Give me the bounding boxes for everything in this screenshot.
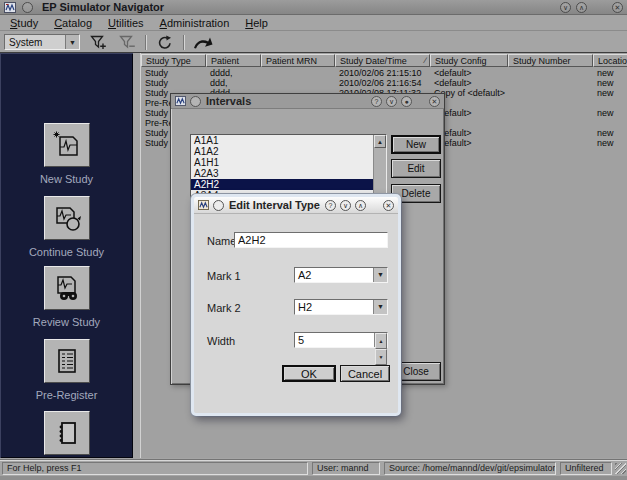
spin-down-icon[interactable]: ▼ [375,349,387,365]
exit-button[interactable] [192,33,214,51]
window-menu-icon[interactable] [22,2,33,13]
new-button[interactable]: New [391,135,441,154]
interval-list-item[interactable]: A2A3 [191,168,373,179]
column-header-study-date-time[interactable]: Study Date/Time∕ [335,54,430,67]
table-cell [508,118,593,128]
column-header-study-type[interactable]: Study Type [141,54,206,67]
menu-item-help[interactable]: Help [237,17,276,29]
interval-list-item[interactable]: A1A1 [191,135,373,146]
edit-button[interactable]: Edit [391,159,441,178]
close-icon[interactable]: ✕ [383,200,394,211]
pre-register-icon [44,339,90,383]
table-cell: ddd, [206,78,261,88]
column-header-study-config[interactable]: Study Config [430,54,508,67]
menu-item-administration[interactable]: Administration [152,17,238,29]
application-window: EP Simulator Navigator ∨ ∧ ✕ StudyCatalo… [0,0,627,480]
cancel-button[interactable]: Cancel [340,365,390,382]
column-header-patient[interactable]: Patient [206,54,261,67]
scroll-up-icon[interactable]: ▲ [374,135,386,148]
window-menu-icon[interactable] [213,200,224,211]
mark1-label: Mark 1 [207,270,241,282]
width-value: 5 [298,334,304,346]
status-help-text: For Help, press F1 [2,462,308,475]
exit-icon [193,36,213,49]
menu-item-catalog[interactable]: Catalog [46,17,100,29]
filter-add-icon [90,35,107,50]
table-cell: new [593,68,627,78]
window-title: EP Simulator Navigator [42,0,164,14]
table-cell: <default> [430,78,508,88]
minimize-icon[interactable]: ∨ [386,96,397,107]
maximize-icon[interactable]: ∧ [576,2,587,13]
menu-item-study[interactable]: Study [2,17,46,29]
sidebar: New Study Continue Study [0,53,133,458]
maximize-icon[interactable]: ∧ [355,200,366,211]
system-dropdown-value: System [9,37,42,48]
close-icon[interactable]: ✕ [429,96,440,107]
spin-up-icon[interactable]: ▲ [375,333,387,349]
chevron-down-icon[interactable]: ▼ [373,300,387,314]
sidebar-item-pre-register[interactable]: Pre-Register [0,339,133,401]
table-cell: 2010/02/06 21:15:10 [335,68,430,78]
continue-study-icon [44,196,90,240]
close-icon[interactable]: ✕ [612,2,623,13]
resize-grip[interactable] [615,463,626,474]
interval-list-items: A1A1A1A2A1H1A2A3A2H2A3A4 [191,135,386,201]
table-cell: new [593,128,627,138]
refresh-icon [157,35,173,49]
toolbar: System ▼ [0,32,627,53]
table-cell: dddd, [206,68,261,78]
interval-list-item[interactable]: A1A2 [191,146,373,157]
table-row[interactable]: Studydddd,2010/02/06 21:15:10<default>ne… [141,68,627,78]
sidebar-item-label: Continue Study [0,246,133,258]
mark2-value: H2 [298,301,312,313]
refresh-button[interactable] [154,33,176,51]
sidebar-item-review-study[interactable]: Review Study [0,266,133,328]
table-row[interactable]: Studyddd,2010/02/06 21:16:54<default>new [141,78,627,88]
status-user: User: mannd [312,462,380,475]
minimize-icon[interactable]: ∨ [340,200,351,211]
mark1-dropdown[interactable]: A2 ▼ [294,267,388,283]
column-header-patient-mrn[interactable]: Patient MRN [261,54,335,67]
sidebar-item-new-study[interactable]: New Study [0,123,133,185]
sidebar-item-label: Pre-Register [0,389,133,401]
table-cell [508,138,593,148]
status-source: Source: /home/mannd/dev/git/epsimulator/… [384,462,556,475]
column-header-location[interactable]: Location [593,54,627,67]
chevron-down-icon[interactable]: ▼ [65,35,79,49]
chevron-down-icon[interactable]: ▼ [373,268,387,282]
table-cell [508,108,593,118]
filter-remove-button[interactable] [116,33,138,51]
help-icon[interactable]: ? [325,200,336,211]
table-cell [508,98,593,108]
table-cell: new [593,138,627,148]
name-input[interactable] [234,232,388,248]
minimize-icon[interactable]: ∨ [560,2,571,13]
mark1-value: A2 [298,269,311,281]
sidebar-item-continue-study[interactable]: Continue Study [0,196,133,258]
ok-button[interactable]: OK [282,365,336,382]
width-spinner[interactable]: 5 ▲ ▼ [294,332,388,348]
table-cell [508,68,593,78]
filter-add-button[interactable] [87,33,109,51]
maximize-icon[interactable]: ● [401,96,412,107]
edit-interval-type-dialog: Edit Interval Type ? ∨ ∧ ✕ Name: Mark 1 … [191,194,401,416]
status-filter: Unfiltered [560,462,612,475]
table-cell [508,78,593,88]
mark2-dropdown[interactable]: H2 ▼ [294,299,388,315]
titlebar: EP Simulator Navigator ∨ ∧ ✕ [0,0,627,15]
help-icon[interactable]: ? [371,96,382,107]
app-icon [198,200,209,210]
table-cell [261,78,335,88]
menu-item-utilities[interactable]: Utilities [100,17,151,29]
system-dropdown[interactable]: System ▼ [4,34,80,50]
interval-list-item[interactable]: A2H2 [191,179,373,190]
column-header-study-number[interactable]: Study Number [508,54,593,67]
table-cell: Study [141,78,206,88]
review-study-icon [44,266,90,310]
table-cell: new [593,78,627,88]
window-menu-icon[interactable] [190,96,201,107]
table-cell: new [593,108,627,118]
statusbar: For Help, press F1 User: mannd Source: /… [0,459,627,476]
interval-list-item[interactable]: A1H1 [191,157,373,168]
